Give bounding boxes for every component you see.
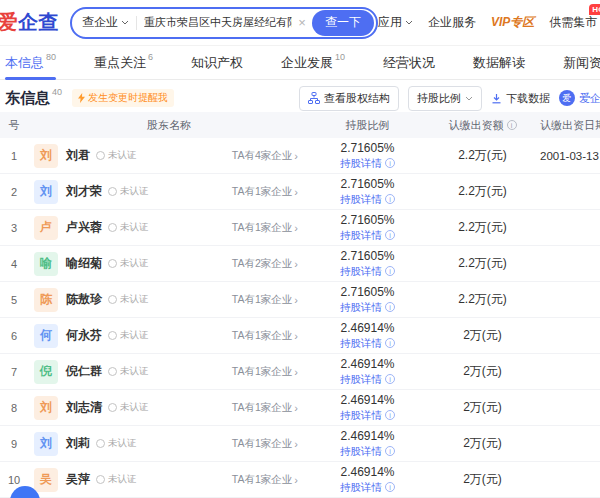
shareholding-detail-label: 持股详情: [340, 444, 382, 458]
not-certified-tag: 未认证: [108, 365, 149, 378]
related-companies-link[interactable]: TA有1家企业 ›: [232, 185, 298, 199]
change-alert-button[interactable]: 发生变更时提醒我: [72, 89, 174, 107]
certification-icon: [96, 439, 105, 448]
table-row: 4 喻 喻绍菊 未认证 TA有2家企业 › 2.71605% 持股详情 2.2万…: [0, 246, 600, 282]
main-tab[interactable]: 重点关注6: [94, 46, 153, 79]
shareholding-detail-link[interactable]: 持股详情: [340, 264, 395, 278]
top-header: ♥ 爱 企查 查企业 重庆市荣昌区中天房屋经纪有限公司 × 查一下 应用 企业服…: [0, 0, 600, 46]
main-tab[interactable]: 经营状况: [383, 46, 435, 79]
main-tab[interactable]: 知识产权: [191, 46, 243, 79]
shareholding-ratio: 2.71605%: [310, 177, 425, 192]
nav-apps[interactable]: 应用: [378, 14, 413, 31]
nav-vip-label: VIP专区: [491, 14, 534, 31]
ratio-cell: 2.46914% 持股详情: [310, 321, 425, 350]
row-number: 6: [0, 330, 28, 342]
nav-supply-market[interactable]: 供需集市 HOT: [549, 14, 597, 31]
column-header-amount-label: 认缴出资额: [449, 118, 504, 133]
shareholding-detail-link[interactable]: 持股详情: [340, 444, 395, 458]
shareholding-detail-link[interactable]: 持股详情: [340, 336, 395, 350]
certification-icon: [108, 367, 117, 376]
logo-text-rest: 企查: [18, 9, 58, 36]
nav-vip-zone[interactable]: VIP专区: [491, 14, 534, 31]
shareholding-detail-label: 持股详情: [340, 228, 382, 242]
view-equity-structure-label: 查看股权结构: [324, 91, 390, 106]
table-row: 6 何 何永芬 未认证 TA有1家企业 › 2.46914% 持股详情 2万(元…: [0, 318, 600, 354]
table-body: 1 刘 刘君 未认证 TA有4家企业 › 2.71605% 持股详情 2.2万(…: [0, 138, 600, 498]
shareholders-section-header: 东信息 40 发生变更时提醒我 查看股权结构 持股比例 下载数据 爱 爱企查AP…: [0, 80, 600, 112]
ratio-cell: 2.46914% 持股详情: [310, 357, 425, 386]
shareholder-name-link[interactable]: 吴萍: [66, 471, 90, 488]
tab-label: 本信息: [5, 54, 44, 72]
aiqicha-shareholders-page: ♥ 爱 企查 查企业 重庆市荣昌区中天房屋经纪有限公司 × 查一下 应用 企业服…: [0, 0, 600, 498]
shareholder-name-link[interactable]: 陈敖珍: [66, 291, 102, 308]
shareholding-detail-link[interactable]: 持股详情: [340, 372, 395, 386]
ratio-filter-dropdown[interactable]: 持股比例: [408, 86, 482, 111]
related-companies-link[interactable]: TA有4家企业 ›: [232, 149, 298, 163]
shareholding-detail-link[interactable]: 持股详情: [340, 480, 395, 494]
shareholder-name-link[interactable]: 刘志清: [66, 399, 102, 416]
table-row: 2 刘 刘才荣 未认证 TA有1家企业 › 2.71605% 持股详情 2.2万…: [0, 174, 600, 210]
certification-icon: [108, 187, 117, 196]
related-companies-label: TA有1家企业: [232, 293, 292, 307]
shareholding-detail-link[interactable]: 持股详情: [340, 300, 395, 314]
search-button[interactable]: 查一下: [312, 10, 374, 36]
shareholding-detail-label: 持股详情: [340, 480, 382, 494]
section-actions: 查看股权结构 持股比例 下载数据 爱 爱企查APP: [299, 86, 600, 111]
search-input[interactable]: 重庆市荣昌区中天房屋经纪有限公司: [144, 15, 292, 30]
related-companies-link[interactable]: TA有1家企业 ›: [232, 473, 298, 487]
row-number: 8: [0, 402, 28, 414]
related-companies-link[interactable]: TA有1家企业 ›: [232, 293, 298, 307]
shareholding-detail-link[interactable]: 持股详情: [340, 408, 395, 422]
related-companies-link[interactable]: TA有1家企业 ›: [232, 401, 298, 415]
lightning-icon: [78, 93, 85, 103]
section-count: 40: [52, 87, 62, 108]
app-promo-label: 爱企查APP: [579, 91, 600, 106]
nav-enterprise-services[interactable]: 企业服务: [428, 14, 476, 31]
related-companies-label: TA有1家企业: [232, 401, 292, 415]
view-equity-structure-button[interactable]: 查看股权结构: [299, 86, 399, 111]
clear-search-icon[interactable]: ×: [298, 15, 306, 30]
shareholder-cell: 喻 喻绍菊 未认证 TA有2家企业 ›: [28, 252, 310, 276]
app-promo-link[interactable]: 爱 爱企查APP: [559, 90, 600, 106]
shareholding-detail-link[interactable]: 持股详情: [340, 156, 395, 170]
shareholder-name-link[interactable]: 刘才荣: [66, 183, 102, 200]
related-companies-link[interactable]: TA有1家企业 ›: [232, 437, 298, 451]
chevron-right-icon: ›: [294, 258, 298, 270]
download-data-button[interactable]: 下载数据: [491, 91, 550, 106]
main-tab[interactable]: 新闻资讯: [563, 46, 600, 79]
not-certified-label: 未认证: [120, 329, 149, 342]
related-companies-link[interactable]: TA有1家企业 ›: [232, 221, 298, 235]
subscribed-date: 2001-03-13: [540, 150, 600, 162]
shareholding-detail-link[interactable]: 持股详情: [340, 228, 395, 242]
main-tab[interactable]: 数据解读: [473, 46, 525, 79]
header-nav: 应用 企业服务 VIP专区 供需集市 HOT APP: [378, 14, 600, 31]
related-companies-link[interactable]: TA有1家企业 ›: [232, 365, 298, 379]
shareholder-name-link[interactable]: 何永芬: [66, 327, 102, 344]
related-companies-link[interactable]: TA有1家企业 ›: [232, 329, 298, 343]
certification-icon: [108, 223, 117, 232]
shareholding-detail-link[interactable]: 持股详情: [340, 192, 395, 206]
not-certified-label: 未认证: [120, 257, 149, 270]
download-data-label: 下载数据: [506, 91, 550, 106]
row-number: 10: [0, 474, 28, 486]
shareholder-name-link[interactable]: 卢兴蓉: [66, 219, 102, 236]
row-number: 7: [0, 366, 28, 378]
main-tab[interactable]: 本信息80: [5, 46, 56, 79]
main-tab[interactable]: 企业发展10: [281, 46, 345, 79]
not-certified-tag: 未认证: [108, 401, 149, 414]
shareholder-name-link[interactable]: 喻绍菊: [66, 255, 102, 272]
not-certified-tag: 未认证: [108, 293, 149, 306]
shareholder-name-link[interactable]: 刘莉: [66, 435, 90, 452]
aiqicha-logo[interactable]: ♥ 爱 企查: [0, 9, 58, 36]
info-icon[interactable]: [507, 120, 517, 130]
related-companies-link[interactable]: TA有2家企业 ›: [232, 257, 298, 271]
shareholder-cell: 陈 陈敖珍 未认证 TA有1家企业 ›: [28, 288, 310, 312]
shareholder-name-link[interactable]: 倪仁群: [66, 363, 102, 380]
related-companies-label: TA有2家企业: [232, 257, 292, 271]
section-title-text: 东信息: [5, 89, 50, 108]
shareholding-ratio: 2.46914%: [310, 393, 425, 408]
search-category-dropdown[interactable]: 查企业: [82, 14, 129, 31]
not-certified-tag: 未认证: [108, 221, 149, 234]
shareholder-name-link[interactable]: 刘君: [66, 147, 90, 164]
shareholding-detail-label: 持股详情: [340, 192, 382, 206]
